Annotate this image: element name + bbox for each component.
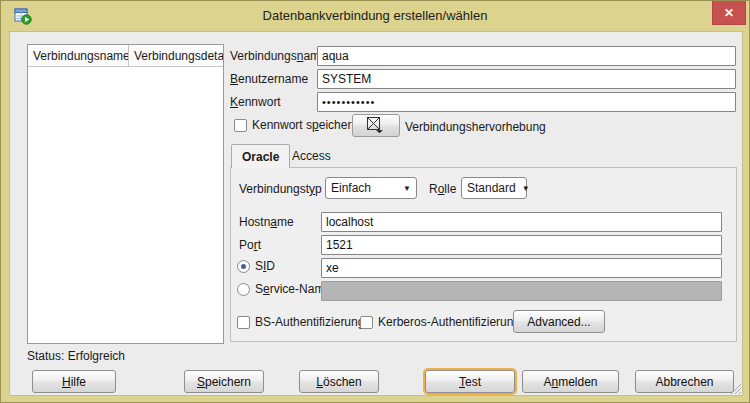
dialog-content: Verbindungsname Verbindungsdetails Statu… <box>9 31 743 396</box>
connection-type-label: Verbindungstyp <box>239 182 322 196</box>
connection-color-picker-button[interactable] <box>352 114 400 137</box>
test-button[interactable]: Test <box>425 370 515 393</box>
status-text: Status: Erfolgreich <box>27 349 125 363</box>
connection-name-label: Verbindungsname <box>230 49 327 63</box>
os-authentication-checkbox[interactable]: BS-Authentifizierung <box>237 315 364 329</box>
role-dropdown[interactable]: Standard ▼ <box>461 177 527 199</box>
hostname-input[interactable] <box>321 212 722 232</box>
sid-input[interactable] <box>321 258 722 278</box>
service-name-label: Service-Name <box>255 282 331 296</box>
save-password-checkbox[interactable]: Kennwort speichern <box>234 118 358 132</box>
close-button[interactable]: ✕ <box>712 1 746 25</box>
os-authentication-label: BS-Authentifizierung <box>255 315 364 329</box>
service-name-radio[interactable]: Service-Name <box>237 282 331 296</box>
connections-list[interactable]: Verbindungsname Verbindungsdetails <box>27 44 224 344</box>
port-input[interactable] <box>321 235 722 255</box>
column-header-connection-name[interactable]: Verbindungsname <box>28 45 129 66</box>
resize-grip[interactable] <box>728 381 741 394</box>
sid-radio[interactable]: SID <box>237 259 275 273</box>
username-label: Benutzername <box>230 72 308 86</box>
connections-list-header: Verbindungsname Verbindungsdetails <box>28 45 223 67</box>
radio-icon <box>237 283 250 296</box>
column-header-connection-details[interactable]: Verbindungsdetails <box>129 45 223 66</box>
password-label: Kennwort <box>230 95 281 109</box>
chevron-down-icon: ▼ <box>403 184 411 193</box>
color-swatch-dropdown-icon <box>365 116 387 136</box>
role-value: Standard <box>467 181 516 195</box>
password-input[interactable] <box>317 92 736 112</box>
checkbox-icon <box>237 316 250 329</box>
window-title: Datenbankverbindung erstellen/wählen <box>1 8 749 23</box>
chevron-down-icon: ▼ <box>522 184 530 193</box>
advanced-button[interactable]: Advanced... <box>513 310 605 333</box>
save-button[interactable]: Speichern <box>184 370 264 393</box>
close-icon: ✕ <box>724 6 734 20</box>
radio-selected-icon <box>237 260 250 273</box>
connection-highlight-label: Verbindungshervorhebung <box>405 120 546 134</box>
tab-access[interactable]: Access <box>282 144 341 168</box>
username-input[interactable] <box>317 69 736 89</box>
delete-button[interactable]: Löschen <box>299 370 379 393</box>
connection-type-dropdown[interactable]: Einfach ▼ <box>325 177 417 199</box>
connection-name-input[interactable] <box>317 46 736 66</box>
connect-button[interactable]: Anmelden <box>522 370 619 393</box>
checkbox-icon <box>234 119 247 132</box>
service-name-input <box>321 281 722 301</box>
hostname-label: Hostname <box>239 215 294 229</box>
title-bar[interactable]: Datenbankverbindung erstellen/wählen ✕ <box>1 1 749 31</box>
save-password-label: Kennwort speichern <box>252 118 358 132</box>
tab-oracle[interactable]: Oracle <box>231 144 290 168</box>
dialog-window: Datenbankverbindung erstellen/wählen ✕ V… <box>0 0 750 403</box>
checkbox-icon <box>360 316 373 329</box>
oracle-tab-panel: Verbindungstyp Einfach ▼ Rolle Standard … <box>230 167 737 342</box>
connection-type-value: Einfach <box>331 181 371 195</box>
kerberos-authentication-label: Kerberos-Authentifizierung <box>378 315 520 329</box>
sid-label: SID <box>255 259 275 273</box>
cancel-button[interactable]: Abbrechen <box>635 370 734 393</box>
kerberos-authentication-checkbox[interactable]: Kerberos-Authentifizierung <box>360 315 520 329</box>
role-label: Rolle <box>429 182 456 196</box>
port-label: Port <box>239 238 261 252</box>
help-button[interactable]: Hilfe <box>32 370 116 393</box>
